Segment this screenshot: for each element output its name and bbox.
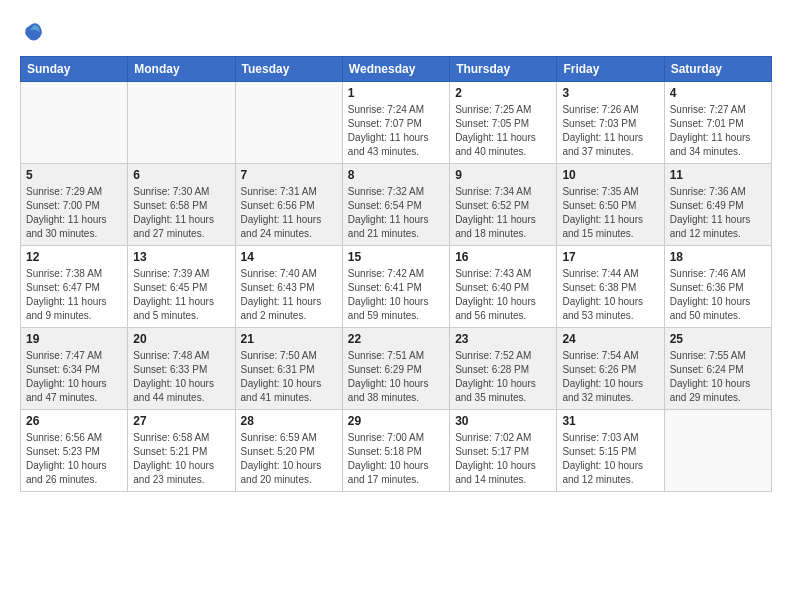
day-number: 27 (133, 414, 229, 428)
day-info: Sunrise: 7:27 AMSunset: 7:01 PMDaylight:… (670, 103, 766, 159)
day-number: 31 (562, 414, 658, 428)
day-number: 29 (348, 414, 444, 428)
calendar-day-cell: 25Sunrise: 7:55 AMSunset: 6:24 PMDayligh… (664, 328, 771, 410)
calendar-day-header: Monday (128, 57, 235, 82)
calendar-week-row: 19Sunrise: 7:47 AMSunset: 6:34 PMDayligh… (21, 328, 772, 410)
calendar-day-cell: 18Sunrise: 7:46 AMSunset: 6:36 PMDayligh… (664, 246, 771, 328)
day-info: Sunrise: 7:02 AMSunset: 5:17 PMDaylight:… (455, 431, 551, 487)
calendar-day-header: Sunday (21, 57, 128, 82)
calendar-day-cell: 26Sunrise: 6:56 AMSunset: 5:23 PMDayligh… (21, 410, 128, 492)
calendar-week-row: 5Sunrise: 7:29 AMSunset: 7:00 PMDaylight… (21, 164, 772, 246)
day-info: Sunrise: 7:48 AMSunset: 6:33 PMDaylight:… (133, 349, 229, 405)
day-number: 14 (241, 250, 337, 264)
day-number: 30 (455, 414, 551, 428)
logo (20, 20, 48, 44)
calendar-day-cell: 17Sunrise: 7:44 AMSunset: 6:38 PMDayligh… (557, 246, 664, 328)
calendar-day-cell: 29Sunrise: 7:00 AMSunset: 5:18 PMDayligh… (342, 410, 449, 492)
day-info: Sunrise: 7:36 AMSunset: 6:49 PMDaylight:… (670, 185, 766, 241)
calendar-day-cell: 7Sunrise: 7:31 AMSunset: 6:56 PMDaylight… (235, 164, 342, 246)
calendar-day-cell: 3Sunrise: 7:26 AMSunset: 7:03 PMDaylight… (557, 82, 664, 164)
day-info: Sunrise: 6:56 AMSunset: 5:23 PMDaylight:… (26, 431, 122, 487)
calendar-day-cell (128, 82, 235, 164)
calendar-day-cell: 5Sunrise: 7:29 AMSunset: 7:00 PMDaylight… (21, 164, 128, 246)
calendar-day-cell: 19Sunrise: 7:47 AMSunset: 6:34 PMDayligh… (21, 328, 128, 410)
calendar-day-cell: 14Sunrise: 7:40 AMSunset: 6:43 PMDayligh… (235, 246, 342, 328)
calendar-day-cell: 10Sunrise: 7:35 AMSunset: 6:50 PMDayligh… (557, 164, 664, 246)
day-info: Sunrise: 7:25 AMSunset: 7:05 PMDaylight:… (455, 103, 551, 159)
day-number: 19 (26, 332, 122, 346)
day-info: Sunrise: 7:42 AMSunset: 6:41 PMDaylight:… (348, 267, 444, 323)
calendar-header-row: SundayMondayTuesdayWednesdayThursdayFrid… (21, 57, 772, 82)
day-info: Sunrise: 7:34 AMSunset: 6:52 PMDaylight:… (455, 185, 551, 241)
day-number: 18 (670, 250, 766, 264)
day-number: 2 (455, 86, 551, 100)
day-number: 11 (670, 168, 766, 182)
day-number: 10 (562, 168, 658, 182)
day-info: Sunrise: 7:39 AMSunset: 6:45 PMDaylight:… (133, 267, 229, 323)
day-info: Sunrise: 7:55 AMSunset: 6:24 PMDaylight:… (670, 349, 766, 405)
day-number: 23 (455, 332, 551, 346)
calendar-day-cell: 4Sunrise: 7:27 AMSunset: 7:01 PMDaylight… (664, 82, 771, 164)
calendar-day-header: Thursday (450, 57, 557, 82)
logo-icon (20, 20, 44, 44)
day-number: 15 (348, 250, 444, 264)
calendar-day-cell: 28Sunrise: 6:59 AMSunset: 5:20 PMDayligh… (235, 410, 342, 492)
day-number: 17 (562, 250, 658, 264)
day-number: 22 (348, 332, 444, 346)
day-info: Sunrise: 6:58 AMSunset: 5:21 PMDaylight:… (133, 431, 229, 487)
day-info: Sunrise: 7:24 AMSunset: 7:07 PMDaylight:… (348, 103, 444, 159)
day-info: Sunrise: 7:44 AMSunset: 6:38 PMDaylight:… (562, 267, 658, 323)
day-info: Sunrise: 6:59 AMSunset: 5:20 PMDaylight:… (241, 431, 337, 487)
calendar-day-cell: 9Sunrise: 7:34 AMSunset: 6:52 PMDaylight… (450, 164, 557, 246)
calendar-day-header: Friday (557, 57, 664, 82)
day-number: 7 (241, 168, 337, 182)
day-info: Sunrise: 7:29 AMSunset: 7:00 PMDaylight:… (26, 185, 122, 241)
day-info: Sunrise: 7:46 AMSunset: 6:36 PMDaylight:… (670, 267, 766, 323)
day-number: 3 (562, 86, 658, 100)
header (20, 20, 772, 44)
calendar-day-cell: 6Sunrise: 7:30 AMSunset: 6:58 PMDaylight… (128, 164, 235, 246)
calendar-day-cell (235, 82, 342, 164)
calendar-day-cell: 23Sunrise: 7:52 AMSunset: 6:28 PMDayligh… (450, 328, 557, 410)
calendar-day-cell: 16Sunrise: 7:43 AMSunset: 6:40 PMDayligh… (450, 246, 557, 328)
day-number: 5 (26, 168, 122, 182)
day-number: 12 (26, 250, 122, 264)
day-info: Sunrise: 7:31 AMSunset: 6:56 PMDaylight:… (241, 185, 337, 241)
day-info: Sunrise: 7:26 AMSunset: 7:03 PMDaylight:… (562, 103, 658, 159)
day-info: Sunrise: 7:47 AMSunset: 6:34 PMDaylight:… (26, 349, 122, 405)
day-number: 26 (26, 414, 122, 428)
calendar-day-cell: 27Sunrise: 6:58 AMSunset: 5:21 PMDayligh… (128, 410, 235, 492)
calendar-day-cell: 20Sunrise: 7:48 AMSunset: 6:33 PMDayligh… (128, 328, 235, 410)
calendar-day-cell: 13Sunrise: 7:39 AMSunset: 6:45 PMDayligh… (128, 246, 235, 328)
calendar-day-cell: 24Sunrise: 7:54 AMSunset: 6:26 PMDayligh… (557, 328, 664, 410)
day-number: 24 (562, 332, 658, 346)
day-number: 21 (241, 332, 337, 346)
calendar-day-cell (664, 410, 771, 492)
day-number: 6 (133, 168, 229, 182)
day-info: Sunrise: 7:03 AMSunset: 5:15 PMDaylight:… (562, 431, 658, 487)
page-container: SundayMondayTuesdayWednesdayThursdayFrid… (0, 0, 792, 512)
calendar-day-cell (21, 82, 128, 164)
day-info: Sunrise: 7:00 AMSunset: 5:18 PMDaylight:… (348, 431, 444, 487)
calendar-day-header: Tuesday (235, 57, 342, 82)
calendar-day-cell: 22Sunrise: 7:51 AMSunset: 6:29 PMDayligh… (342, 328, 449, 410)
calendar-week-row: 1Sunrise: 7:24 AMSunset: 7:07 PMDaylight… (21, 82, 772, 164)
day-info: Sunrise: 7:35 AMSunset: 6:50 PMDaylight:… (562, 185, 658, 241)
calendar-day-cell: 8Sunrise: 7:32 AMSunset: 6:54 PMDaylight… (342, 164, 449, 246)
day-number: 8 (348, 168, 444, 182)
day-number: 13 (133, 250, 229, 264)
calendar-day-cell: 31Sunrise: 7:03 AMSunset: 5:15 PMDayligh… (557, 410, 664, 492)
calendar-week-row: 26Sunrise: 6:56 AMSunset: 5:23 PMDayligh… (21, 410, 772, 492)
day-number: 28 (241, 414, 337, 428)
day-number: 9 (455, 168, 551, 182)
day-number: 1 (348, 86, 444, 100)
calendar-day-cell: 21Sunrise: 7:50 AMSunset: 6:31 PMDayligh… (235, 328, 342, 410)
calendar-day-cell: 11Sunrise: 7:36 AMSunset: 6:49 PMDayligh… (664, 164, 771, 246)
day-number: 16 (455, 250, 551, 264)
day-info: Sunrise: 7:51 AMSunset: 6:29 PMDaylight:… (348, 349, 444, 405)
day-number: 4 (670, 86, 766, 100)
day-info: Sunrise: 7:40 AMSunset: 6:43 PMDaylight:… (241, 267, 337, 323)
calendar-day-cell: 15Sunrise: 7:42 AMSunset: 6:41 PMDayligh… (342, 246, 449, 328)
calendar-day-header: Saturday (664, 57, 771, 82)
calendar-day-cell: 12Sunrise: 7:38 AMSunset: 6:47 PMDayligh… (21, 246, 128, 328)
